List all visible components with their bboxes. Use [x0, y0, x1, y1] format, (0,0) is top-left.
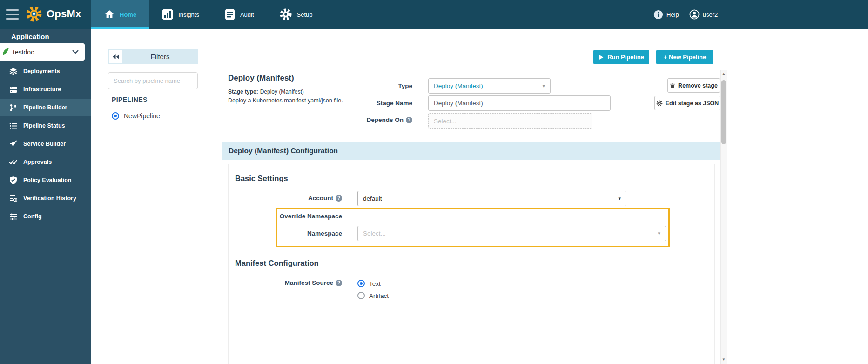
new-pipeline-label: + New Pipeline: [664, 54, 706, 61]
tab-label: Home: [120, 11, 136, 18]
manifest-source-option-text[interactable]: Text: [357, 280, 381, 287]
sidebar-item-label: Infrastructure: [23, 86, 61, 93]
manifest-source-label-text: Manifest Source: [285, 279, 333, 286]
audit-icon: [224, 8, 236, 20]
approvals-icon: [9, 158, 17, 166]
sidebar-item-deployments[interactable]: Deployments: [0, 62, 91, 80]
scroll-down-arrow[interactable]: ▼: [720, 357, 727, 363]
user-menu[interactable]: user2: [689, 9, 718, 20]
stage-description: Deploy a Kubernetes manifest yaml/json f…: [228, 97, 343, 104]
gear-icon: [656, 100, 663, 107]
deployments-icon: [9, 67, 17, 75]
brand-text: OpsMx: [47, 8, 81, 20]
application-selector[interactable]: testdoc: [0, 43, 85, 61]
stage-type-select-value: Deploy (Manifest): [434, 82, 483, 89]
collapse-filters-button[interactable]: [109, 50, 122, 63]
tab-home[interactable]: Home: [91, 0, 149, 29]
sidebar-item-config[interactable]: Config: [0, 208, 91, 225]
config-section-title: Deploy (Manifest) Configuration: [229, 147, 338, 155]
policy-evaluation-icon: [9, 176, 17, 184]
sidebar-item-label: Config: [23, 213, 42, 220]
filters-panel-header: Filters: [108, 49, 198, 64]
pipelines-header: PIPELINES: [112, 96, 148, 103]
sidebar-item-policy-evaluation[interactable]: Policy Evaluation: [0, 171, 91, 189]
scrollbar-thumb[interactable]: [721, 80, 726, 144]
pipeline-status-icon: [9, 121, 17, 130]
caret-down-icon: ▾: [658, 231, 660, 236]
menu-icon[interactable]: [6, 9, 19, 20]
sidebar-item-label: Deployments: [23, 68, 60, 74]
scroll-up-arrow[interactable]: ▲: [720, 71, 727, 77]
sidebar-item-label: Policy Evaluation: [23, 177, 72, 183]
sidebar-item-pipeline-status[interactable]: Pipeline Status: [0, 117, 91, 135]
topbar: OpsMx Home Insights Audit Setup: [0, 0, 868, 29]
pipeline-name: NewPipeline: [124, 112, 160, 120]
sidebar-item-label: Pipeline Status: [23, 122, 65, 129]
info-icon: [653, 10, 663, 20]
help-badge-icon[interactable]: ?: [336, 280, 342, 286]
user-label: user2: [703, 11, 718, 18]
text-radio[interactable]: [357, 280, 365, 287]
stage-type-select[interactable]: Deploy (Manifest) ▾: [428, 78, 551, 94]
main-tabs: Home Insights Audit Setup: [91, 0, 325, 29]
manifest-source-option-artifact[interactable]: Artifact: [357, 292, 389, 299]
setup-gear-icon: [279, 8, 292, 21]
depends-on-select[interactable]: Select...: [428, 113, 592, 129]
new-pipeline-button[interactable]: + New Pipeline: [656, 50, 713, 64]
tab-audit[interactable]: Audit: [212, 0, 267, 29]
sidebar-item-infrastructure[interactable]: Infrastructure: [0, 81, 91, 98]
brand[interactable]: OpsMx: [25, 5, 81, 23]
topbar-right: Help user2: [653, 0, 718, 29]
run-pipeline-button[interactable]: Run Pipeline: [593, 50, 649, 64]
remove-stage-label: Remove stage: [678, 82, 718, 89]
namespace-label: Namespace: [272, 230, 342, 237]
pipeline-list-item[interactable]: NewPipeline: [112, 112, 160, 120]
namespace-label-text: Namespace: [307, 230, 342, 237]
insights-icon: [161, 8, 174, 20]
sidebar-item-approvals[interactable]: Approvals: [0, 153, 91, 171]
sidebar-item-label: Pipeline Builder: [23, 104, 67, 111]
caret-down-icon: ▾: [618, 196, 621, 201]
double-arrow-left-icon: [112, 54, 120, 60]
pipeline-search-input[interactable]: [108, 72, 198, 89]
edit-stage-json-button[interactable]: Edit stage as JSON: [654, 96, 720, 110]
basic-settings-heading: Basic Settings: [235, 174, 288, 183]
override-namespace-label-text: Override Namespace: [280, 213, 342, 220]
stage-title: Deploy (Manifest): [228, 74, 294, 83]
tab-setup[interactable]: Setup: [267, 0, 325, 29]
help-label: Help: [666, 11, 679, 18]
sidebar-item-service-builder[interactable]: Service Builder: [0, 135, 91, 153]
type-label: Type: [352, 82, 412, 89]
sidebar-item-label: Approvals: [23, 159, 52, 165]
pipeline-builder-icon: [9, 103, 17, 112]
application-section-label: Application: [11, 33, 49, 40]
text-radio-label: Text: [369, 280, 381, 287]
artifact-radio[interactable]: [357, 292, 365, 299]
play-icon: [599, 54, 604, 60]
depends-on-label: Depends On ?: [338, 116, 412, 123]
pipeline-radio[interactable]: [112, 112, 119, 120]
service-builder-icon: [9, 140, 17, 148]
manifest-configuration-heading: Manifest Configuration: [235, 259, 319, 268]
help-button[interactable]: Help: [653, 10, 679, 20]
account-select[interactable]: default ▾: [357, 191, 626, 206]
edit-stage-json-label: Edit stage as JSON: [666, 100, 719, 107]
chevron-down-icon: [72, 50, 79, 54]
home-icon: [104, 9, 115, 20]
stage-type-line: Stage type: Deploy (Manifest): [228, 88, 304, 95]
type-label-text: Type: [398, 82, 412, 89]
namespace-select[interactable]: Select... ▾: [357, 226, 666, 241]
sidebar-item-pipeline-builder[interactable]: Pipeline Builder: [0, 99, 91, 116]
help-badge-icon[interactable]: ?: [406, 117, 412, 123]
depends-on-label-text: Depends On: [366, 116, 404, 123]
stage-name-label: Stage Name: [352, 100, 412, 107]
help-badge-icon[interactable]: ?: [336, 195, 342, 202]
stage-name-input[interactable]: [428, 95, 611, 111]
sidebar-item-verification-history[interactable]: Verification History: [0, 189, 91, 207]
remove-stage-button[interactable]: Remove stage: [667, 78, 720, 93]
config-icon: [9, 212, 17, 221]
tab-insights[interactable]: Insights: [149, 0, 212, 29]
stage-name-label-text: Stage Name: [377, 100, 412, 107]
sidebar: Application testdoc Deployments Infrastr…: [0, 29, 91, 364]
tab-label: Insights: [178, 11, 199, 18]
